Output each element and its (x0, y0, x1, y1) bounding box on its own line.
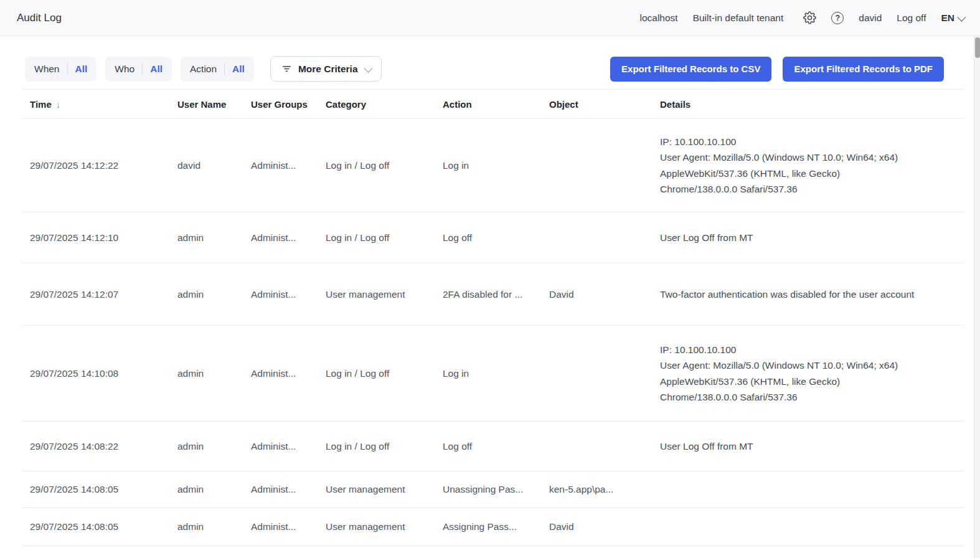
cell-details: IP: 10.100.10.100 User Agent: Mozilla/5.… (660, 134, 964, 196)
cell-user-groups: Administ... (251, 441, 326, 452)
filter-chip-action[interactable]: Action All (181, 57, 254, 82)
cell-category: User management (326, 289, 443, 300)
cell-object: ken-5.app\pa... (549, 484, 660, 495)
cell-user-groups: Administ... (251, 289, 326, 300)
cell-user-groups: Administ... (251, 368, 326, 379)
help-icon[interactable]: ? (831, 12, 844, 24)
column-header-object[interactable]: Object (549, 99, 660, 110)
cell-action: 2FA disabled for ... (443, 289, 549, 300)
filter-chip-label: Action (190, 64, 217, 75)
cell-time: 29/07/2025 14:12:22 (30, 160, 177, 171)
cell-details: Two-factor authentication was disabled f… (660, 286, 964, 302)
cell-category: User management (326, 484, 443, 495)
cell-user-name: admin (177, 289, 251, 300)
cell-action: Unassigning Pas... (443, 484, 549, 495)
table-row: 29/07/2025 14:08:05adminAdminist...User … (22, 508, 964, 546)
chevron-down-icon (957, 12, 966, 21)
cell-action: Log off (443, 232, 549, 244)
cell-action: Assigning Pass... (443, 521, 549, 532)
cell-time: 29/07/2025 14:08:22 (30, 441, 177, 452)
host-name: localhost (639, 12, 677, 24)
question-mark-icon: ? (831, 12, 844, 24)
cell-object: David (549, 289, 660, 300)
top-header-bar: Audit Log localhost Built-in default ten… (0, 0, 980, 36)
cell-time: 29/07/2025 14:08:05 (30, 484, 177, 495)
page-title: Audit Log (17, 12, 62, 24)
cell-user-name: admin (177, 521, 251, 532)
language-code: EN (941, 12, 954, 24)
chip-divider (142, 63, 143, 75)
table-row: 29/07/2025 14:12:10adminAdminist...Log i… (22, 212, 964, 263)
cell-time: 29/07/2025 14:08:05 (30, 521, 177, 532)
cell-details: IP: 10.100.10.100 User Agent: Mozilla/5.… (660, 342, 964, 404)
tenant-name: Built-in default tenant (693, 12, 784, 24)
cell-user-name: admin (177, 368, 251, 379)
filter-toolbar: When All Who All Action All More Criteri… (0, 56, 980, 82)
column-header-details[interactable]: Details (660, 99, 964, 110)
table-row: 29/07/2025 14:08:22adminAdminist...Log i… (22, 422, 964, 471)
column-header-user-name[interactable]: User Name (177, 99, 251, 110)
column-header-label: Time (30, 99, 52, 110)
scrollbar-thumb[interactable] (975, 37, 980, 58)
filter-chip-label: Who (115, 64, 134, 75)
settings-gear-icon[interactable] (803, 11, 816, 24)
cell-user-groups: Administ... (251, 232, 326, 244)
vertical-scrollbar[interactable] (974, 36, 980, 558)
table-row: 29/07/2025 14:12:07adminAdminist...User … (22, 263, 964, 326)
cell-category: Log in / Log off (326, 160, 443, 171)
cell-category: User management (326, 521, 443, 532)
sort-descending-icon: ↓ (56, 99, 61, 110)
chip-divider (224, 63, 225, 75)
language-selector[interactable]: EN (941, 12, 964, 24)
log-off-button[interactable]: Log off (897, 12, 926, 24)
cell-time: 29/07/2025 14:12:07 (30, 289, 177, 300)
export-buttons-group: Export Filtered Records to CSV Export Fi… (610, 57, 944, 82)
current-user-name[interactable]: david (859, 12, 882, 24)
cell-category: Log in / Log off (326, 368, 443, 379)
topbar-right-group: localhost Built-in default tenant ? davi… (639, 11, 964, 24)
column-header-action[interactable]: Action (443, 99, 549, 110)
table-body: 29/07/2025 14:12:22davidAdminist...Log i… (22, 119, 964, 546)
filter-funnel-icon (281, 64, 292, 74)
cell-action: Log off (443, 441, 549, 452)
chevron-down-icon (364, 64, 372, 72)
cell-user-name: admin (177, 441, 251, 452)
more-criteria-label: More Criteria (298, 64, 358, 75)
cell-details: User Log Off from MT (660, 230, 964, 245)
cell-object: David (549, 521, 660, 532)
filter-chip-when[interactable]: When All (25, 57, 97, 82)
cell-action: Log in (443, 368, 549, 379)
cell-user-name: admin (177, 232, 251, 244)
filter-chip-value[interactable]: All (75, 64, 88, 75)
audit-log-table: Time ↓ User Name User Groups Category Ac… (22, 89, 964, 546)
cell-user-groups: Administ... (251, 484, 326, 495)
column-header-category[interactable]: Category (326, 99, 443, 110)
filter-chip-value[interactable]: All (150, 64, 163, 75)
table-row: 29/07/2025 14:10:08adminAdminist...Log i… (22, 326, 964, 422)
export-csv-button[interactable]: Export Filtered Records to CSV (610, 57, 771, 82)
export-pdf-button[interactable]: Export Filtered Records to PDF (783, 57, 944, 82)
filter-chip-who[interactable]: Who All (105, 57, 172, 82)
chip-divider (67, 63, 68, 75)
cell-details: User Log Off from MT (660, 438, 964, 454)
column-header-user-groups[interactable]: User Groups (251, 99, 326, 110)
table-header-row: Time ↓ User Name User Groups Category Ac… (22, 89, 964, 119)
filter-chip-label: When (34, 64, 60, 75)
cell-category: Log in / Log off (326, 441, 443, 452)
table-row: 29/07/2025 14:12:22davidAdminist...Log i… (22, 119, 964, 212)
table-row: 29/07/2025 14:08:05adminAdminist...User … (22, 471, 964, 508)
filter-chips-group: When All Who All Action All More Criteri… (25, 56, 382, 82)
cell-user-name: david (177, 160, 251, 171)
cell-user-groups: Administ... (251, 521, 326, 532)
filter-chip-value[interactable]: All (232, 64, 245, 75)
more-criteria-button[interactable]: More Criteria (270, 56, 382, 82)
cell-user-groups: Administ... (251, 160, 326, 171)
cell-category: Log in / Log off (326, 232, 443, 244)
cell-time: 29/07/2025 14:12:10 (30, 232, 177, 244)
cell-time: 29/07/2025 14:10:08 (30, 368, 177, 379)
cell-action: Log in (443, 160, 549, 171)
cell-user-name: admin (177, 484, 251, 495)
column-header-time[interactable]: Time ↓ (30, 99, 177, 110)
